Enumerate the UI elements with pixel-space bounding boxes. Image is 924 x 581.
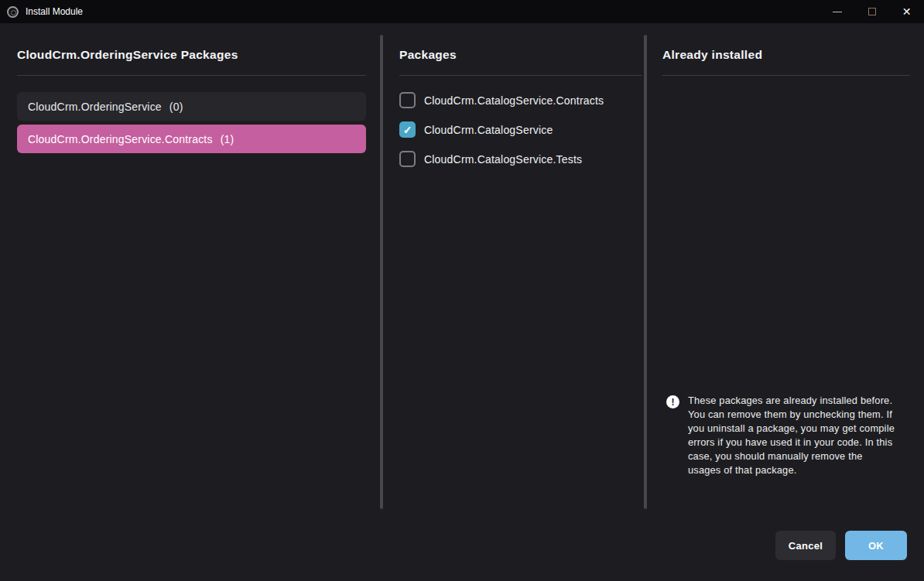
modules-panel-header: CloudCrm.OrderingService Packages <box>17 48 366 76</box>
info-icon-glyph: ! <box>672 397 675 408</box>
maximize-button[interactable] <box>854 0 889 23</box>
installed-note-text: These packages are already installed bef… <box>688 394 895 477</box>
title-bar: Install Module ✕ <box>0 0 924 23</box>
modules-panel: CloudCrm.OrderingService Packages CloudC… <box>17 48 366 157</box>
packages-panel: Packages CloudCrm.CatalogService.Contrac… <box>399 48 642 180</box>
module-item-label: CloudCrm.OrderingService <box>28 101 162 113</box>
info-icon: ! <box>666 395 679 408</box>
close-button[interactable]: ✕ <box>889 0 924 23</box>
checkbox-checked[interactable]: ✓ <box>399 121 416 138</box>
package-label: CloudCrm.CatalogService.Contracts <box>424 94 604 107</box>
checkbox-unchecked[interactable] <box>399 151 416 167</box>
installed-note: ! These packages are already installed b… <box>666 394 900 477</box>
module-item-orderingservice[interactable]: CloudCrm.OrderingService (0) <box>17 92 366 121</box>
module-item-orderingservice-contracts[interactable]: CloudCrm.OrderingService.Contracts (1) <box>17 125 366 153</box>
window-title: Install Module <box>26 6 83 17</box>
package-row-catalogservice-tests[interactable]: CloudCrm.CatalogService.Tests <box>399 151 642 167</box>
minimize-button[interactable] <box>820 0 854 23</box>
module-list: CloudCrm.OrderingService (0) CloudCrm.Or… <box>17 92 366 153</box>
vertical-divider <box>380 35 383 509</box>
package-label: CloudCrm.CatalogService <box>424 124 553 136</box>
module-item-count: (0) <box>169 101 183 113</box>
app-logo-icon <box>7 6 19 18</box>
package-row-catalogservice[interactable]: ✓ CloudCrm.CatalogService <box>399 121 642 138</box>
already-installed-header: Already installed <box>662 48 910 76</box>
module-item-label: CloudCrm.OrderingService.Contracts <box>28 133 213 145</box>
packages-panel-header: Packages <box>399 48 642 76</box>
cancel-button[interactable]: Cancel <box>775 531 836 560</box>
checkbox-unchecked[interactable] <box>399 92 416 108</box>
package-list: CloudCrm.CatalogService.Contracts ✓ Clou… <box>399 92 642 167</box>
package-row-catalogservice-contracts[interactable]: CloudCrm.CatalogService.Contracts <box>399 92 642 108</box>
package-label: CloudCrm.CatalogService.Tests <box>424 153 582 166</box>
already-installed-panel: Already installed <box>662 48 910 76</box>
ok-button[interactable]: OK <box>845 531 907 560</box>
check-icon: ✓ <box>403 124 412 136</box>
window-controls: ✕ <box>820 0 924 23</box>
minimize-icon <box>833 12 842 12</box>
module-item-count: (1) <box>221 133 234 145</box>
close-icon: ✕ <box>902 6 912 17</box>
maximize-icon <box>868 8 876 15</box>
vertical-divider <box>644 35 647 509</box>
